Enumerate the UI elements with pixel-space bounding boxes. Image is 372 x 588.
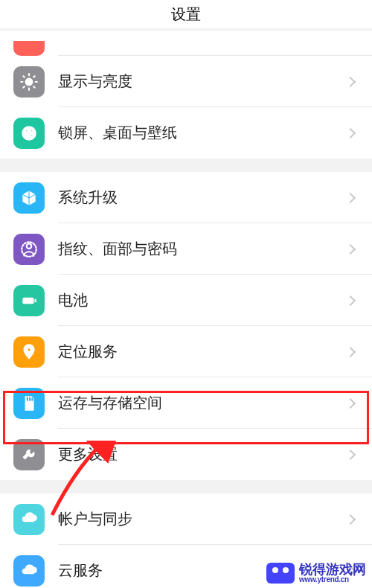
- settings-row-sound[interactable]: [0, 31, 372, 56]
- row-label: 指纹、面部与密码: [58, 239, 347, 259]
- fingerprint-icon: [13, 234, 45, 265]
- settings-row-account-sync[interactable]: 帐户与同步: [0, 493, 372, 545]
- svg-point-11: [31, 130, 33, 132]
- section-gap: [0, 159, 372, 172]
- svg-point-12: [31, 134, 33, 136]
- svg-point-0: [26, 78, 33, 85]
- watermark: 锐得游戏网 www.ytrend.cn: [260, 558, 372, 588]
- row-label: 运存与存储空间: [58, 393, 347, 413]
- chevron-right-icon: [345, 76, 356, 86]
- sound-icon: [13, 41, 45, 56]
- chevron-right-icon: [345, 449, 356, 459]
- svg-rect-15: [22, 297, 33, 304]
- chevron-right-icon: [345, 127, 356, 138]
- watermark-en: www.ytrend.cn: [299, 576, 366, 584]
- chevron-right-icon: [345, 295, 356, 305]
- watermark-cn: 锐得游戏网: [299, 563, 366, 576]
- svg-line-8: [33, 76, 35, 77]
- settings-row-more-settings[interactable]: 更多设置: [0, 429, 372, 480]
- svg-line-3: [23, 76, 25, 77]
- settings-section: 显示与亮度 锁屏、桌面与壁纸: [0, 56, 372, 159]
- svg-point-17: [27, 348, 31, 351]
- battery-icon: [13, 285, 45, 316]
- svg-point-9: [22, 126, 36, 141]
- location-icon: [13, 336, 45, 368]
- row-label: 系统升级: [58, 188, 347, 208]
- page-header: 设置: [0, 0, 372, 28]
- page-title: 设置: [171, 4, 201, 25]
- chevron-right-icon: [345, 243, 356, 254]
- chevron-right-icon: [345, 192, 356, 202]
- row-label: 定位服务: [58, 342, 347, 362]
- row-label: 帐户与同步: [58, 509, 347, 529]
- settings-row-location[interactable]: 定位服务: [0, 326, 372, 377]
- sd-card-icon: [13, 388, 45, 419]
- svg-point-10: [25, 130, 28, 132]
- chevron-right-icon: [345, 514, 356, 524]
- chevron-right-icon: [345, 346, 356, 357]
- wrench-icon: [13, 439, 45, 470]
- svg-rect-16: [35, 298, 36, 301]
- cube-icon: [13, 182, 45, 214]
- brightness-icon: [13, 66, 45, 98]
- row-label: 显示与亮度: [58, 71, 347, 92]
- settings-row-display[interactable]: 显示与亮度: [0, 56, 372, 107]
- settings-row-system-update[interactable]: 系统升级: [0, 172, 372, 223]
- svg-point-13: [27, 243, 32, 249]
- cloud-icon: [13, 555, 45, 587]
- settings-row-battery[interactable]: 电池: [0, 275, 372, 326]
- watermark-logo: [266, 563, 295, 584]
- row-label: 电池: [58, 290, 347, 310]
- row-label: 锁屏、桌面与壁纸: [58, 123, 347, 143]
- svg-line-7: [23, 86, 25, 88]
- palette-icon: [13, 118, 45, 149]
- row-label: 更多设置: [58, 444, 347, 464]
- chevron-right-icon: [345, 397, 356, 408]
- settings-row-biometrics[interactable]: 指纹、面部与密码: [0, 223, 372, 275]
- settings-section: 系统升级 指纹、面部与密码 电池 定位服务 运存与存储空间 更多设置: [0, 172, 372, 480]
- section-gap: [0, 480, 372, 493]
- settings-row-wallpaper[interactable]: 锁屏、桌面与壁纸: [0, 107, 372, 159]
- svg-line-4: [33, 86, 35, 88]
- settings-row-storage[interactable]: 运存与存储空间: [0, 377, 372, 429]
- cloud-sync-icon: [13, 504, 45, 535]
